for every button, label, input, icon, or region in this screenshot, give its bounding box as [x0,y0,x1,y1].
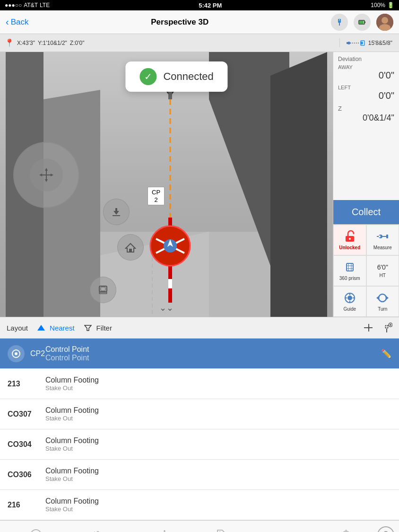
back-arrow-icon: ‹ [6,17,9,27]
svg-point-88 [31,530,41,532]
guide-button[interactable]: Guide [333,286,366,317]
filter-label: Filter [96,324,112,332]
tab-points[interactable] [5,528,67,532]
tab-crosshair[interactable] [315,528,377,532]
list-item-id-216: 216 [8,501,45,509]
list-item-title-co306: Column Footing [45,467,391,475]
cp2-icon [8,345,25,362]
list-item-cp2[interactable]: CP2 Control Point Control Point ✏️ [0,339,399,369]
tab-measure[interactable] [253,528,315,532]
layout-toolbar-item[interactable]: Layout [7,324,28,332]
list-item-id-213: 213 [8,380,45,388]
nav-bar: ‹ Back Perspective 3D [0,10,399,34]
nav-joystick[interactable] [13,142,79,208]
list-item-co304[interactable]: CO304 Column Footing Stake Out [0,429,399,460]
battery-percent: 100% [371,2,385,9]
list-item-content-co306: Column Footing Stake Out [45,467,391,482]
deviation-z-row: Z 0'0&1/4" [338,105,394,123]
list-item-title-213: Column Footing [45,376,391,384]
svg-rect-60 [347,263,353,271]
svg-point-87 [15,352,17,355]
list-item-title-co304: Column Footing [45,436,391,445]
unlocked-label: Unlocked [339,245,360,250]
carrier: AT&T [24,2,38,9]
back-label: Back [11,17,29,27]
svg-rect-50 [99,292,107,294]
svg-rect-59 [386,235,388,238]
tab-tag[interactable] [191,528,253,532]
eye-tab-icon [153,528,166,532]
turn-button[interactable]: Turn [366,286,399,317]
page-title: Perspective 3D [151,17,208,27]
ht-value: 6'0" [377,263,388,271]
svg-marker-37 [167,239,173,247]
nearest-toolbar-item[interactable]: Nearest [37,324,75,332]
svg-rect-2 [339,23,340,26]
svg-marker-74 [85,325,91,331]
layers-tab-icon [91,528,104,532]
svg-rect-25 [168,241,172,255]
list-item-co307[interactable]: CO307 Column Footing Stake Out [0,399,399,429]
prism-button[interactable]: 360 prism [333,255,366,286]
list-item-id-cp2: CP2 [30,349,45,358]
list-item-subtitle-213: Stake Out [45,384,391,392]
tab-layers[interactable] [67,528,129,532]
edit-cp2-icon[interactable]: ✏️ [381,349,391,359]
download-nav-button[interactable] [103,199,130,225]
user-avatar[interactable] [376,14,393,31]
nearest-triangle-icon [37,324,45,331]
battery-device-icon[interactable] [354,14,371,31]
status-right: 100% 🔋 [371,2,394,9]
svg-marker-18 [209,52,289,317]
home-nav-button[interactable] [117,234,144,261]
position-coords: 📍 X:43'3" Y:1'10&1/2" Z:0'0" [0,38,340,47]
list-item-213[interactable]: 213 Column Footing Stake Out [0,369,399,399]
back-button[interactable]: ‹ Back [6,17,28,27]
svg-line-35 [156,239,184,253]
svg-point-33 [150,226,190,266]
svg-marker-42 [39,174,42,176]
help-button[interactable]: ? [377,526,394,532]
deviation-away-value: 0'0" [338,70,394,81]
svg-point-32 [150,226,190,266]
cp2-label: CP2 [147,187,165,205]
stake-point-icon[interactable] [381,322,392,333]
svg-point-8 [382,17,388,24]
add-point-icon[interactable] [363,322,374,333]
unlocked-button[interactable]: Unlocked [333,225,366,255]
svg-line-34 [156,239,184,253]
distance-icon [347,39,365,47]
list-item-content-co307: Column Footing Stake Out [45,406,391,422]
filter-toolbar-item[interactable]: Filter [84,324,112,332]
home-icon [125,242,136,253]
tab-bar: ? [0,520,399,532]
layers-icon [97,284,109,296]
tab-view[interactable] [129,528,191,532]
list-item-title-co307: Column Footing [45,406,391,415]
battery-icon: 🔋 [387,2,394,9]
list-item-id-co304: CO304 [8,440,45,449]
total-station-icon[interactable] [331,14,348,31]
screenshot-nav-button[interactable] [90,277,116,303]
nearest-label: Nearest [50,324,75,332]
distance-section: 15'8&5/8" [340,39,399,47]
list-item-216[interactable]: 216 Column Footing Stake Out [0,490,399,520]
svg-marker-73 [37,325,45,331]
deviation-left-row: LEFT 0'0" [338,85,394,101]
deviation-z-value: 0'0&1/4" [338,113,394,123]
crosshair-tab-icon [339,528,353,532]
deviation-away-label: AWAY [338,64,394,70]
viewport[interactable]: CP2 ✓ Connected [0,52,333,317]
station-svg [334,17,345,27]
list-item-co306[interactable]: CO306 Column Footing Stake Out [0,460,399,490]
svg-rect-6 [359,21,364,24]
turn-label: Turn [378,306,387,312]
coord-x: X:43'3" [17,40,35,46]
ht-button[interactable]: 6'0" HT [366,255,399,286]
coord-z: Z:0'0" [70,40,85,46]
svg-rect-5 [364,21,365,23]
battery-svg [357,17,367,27]
measure-button[interactable]: Measure [366,225,399,255]
nav-icons [331,14,393,31]
collect-button[interactable]: Collect [333,200,399,224]
